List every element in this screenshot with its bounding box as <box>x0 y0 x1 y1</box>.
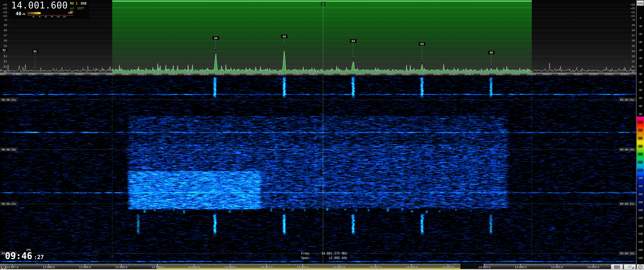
gain-tick-mark <box>40 15 40 16</box>
top-ruler-label: 14.001.2 <box>259 73 274 76</box>
top-ruler-label: 14.000.8 <box>197 73 211 76</box>
palette-scale-label-pill: -120 <box>637 201 644 204</box>
band-ruler-label: 14.002.0 <box>330 265 348 269</box>
timestamp-label-right: 09:46:10z <box>618 251 636 255</box>
peak-label-S4: S4 <box>212 36 219 40</box>
top-ruler-label: 14.001.7 <box>337 73 352 76</box>
palette-scale-label: -80 <box>636 137 644 140</box>
scroll-left-button[interactable]: «« <box>1 264 6 269</box>
scroll-right-button[interactable]: »» <box>636 264 644 269</box>
palette-scale-label-pill: -80 <box>638 137 643 140</box>
top-ruler-label: 14.001.3 <box>274 73 289 76</box>
auto-button[interactable]: Auto <box>637 1 644 6</box>
palette-scale-label: -5 <box>636 17 644 20</box>
top-ruler-label: 14.002.4 <box>446 73 460 76</box>
top-ruler-label: 14.000.1 <box>88 73 102 76</box>
top-ruler-label: 14.003.1 <box>555 73 570 76</box>
top-ruler-label: 13.999.6 <box>10 73 24 76</box>
frequency-display[interactable]: 14.001.600 <box>11 0 68 11</box>
palette-scale-label: -65 <box>636 113 644 116</box>
palette-scale-label: -20 <box>636 41 644 44</box>
band-ruler-label: 13.999.5 <box>148 265 167 269</box>
peak-arrow-icon <box>490 66 493 68</box>
cursor-readout: Freq:14.001.575 MHz Span:±2.085 kHz <box>301 252 347 261</box>
top-ruler-label: 14.002.0 <box>384 73 398 76</box>
top-ruler-label: 14.000.6 <box>166 73 180 76</box>
top-ruler-label: 14.001.9 <box>368 73 383 76</box>
palette-scale-label: -120 <box>636 201 644 204</box>
peak-label-S4: S4 <box>281 35 288 38</box>
band-overview-bar: 13.997.513.998.013.998.513.999.013.999.5… <box>0 264 644 269</box>
top-ruler-label: 13.999.9 <box>56 73 71 76</box>
palette-scale-label: -110 <box>636 184 644 188</box>
waterfall-panel[interactable]: 09:46:25z09:46:25z09:46:20z09:46:20z09:4… <box>0 76 636 264</box>
palette-scale-label: -130 <box>636 216 644 219</box>
palette-scale-label: -125 <box>636 208 644 212</box>
spectrum-panel[interactable]: +25+25+20+20+15+15+10+10+5+5S9S9S8S8S7S7… <box>0 0 636 73</box>
top-ruler-label: 13.999.8 <box>41 73 55 76</box>
palette-scale-label: -60 <box>636 105 644 108</box>
peak-connector <box>216 40 216 49</box>
spectrum-trace-canvas[interactable] <box>0 0 636 73</box>
band-frequency-ruler[interactable]: 13.997.513.998.013.998.513.999.013.999.5… <box>0 264 636 269</box>
palette-scale-label: -15 <box>636 33 644 36</box>
rewind-icon: «« <box>2 265 6 269</box>
rx-tuning-line[interactable] <box>323 6 323 73</box>
palette-scale-label: -135 <box>636 225 644 227</box>
band-ruler-label: 13.999.0 <box>112 265 130 269</box>
top-ruler-label: 14.000.3 <box>119 73 133 76</box>
gain-slider-bar[interactable] <box>27 12 39 14</box>
span-label: Span: <box>301 256 315 260</box>
sdr-console-window: +25+25+20+20+15+15+10+10+5+5S9S9S8S8S7S7… <box>0 0 644 270</box>
waterfall-level-scale[interactable]: Auto -5-10-15-20-25-30-35-40-45-50-55-60… <box>636 0 644 264</box>
zoom-x2-button[interactable]: x2 ▶ <box>624 264 636 269</box>
top-ruler-label: 14.001.5 <box>306 73 320 76</box>
band-ruler-label: 14.001.5 <box>294 265 312 269</box>
snr-label: SNR <box>68 12 72 14</box>
top-ruler-label: 14.002.1 <box>399 73 414 76</box>
keyboard-entry-button[interactable] <box>611 264 623 269</box>
freq-label: Freq: <box>301 252 315 255</box>
gain-tick-label: 120 <box>62 16 67 18</box>
band-ruler-label: 14.005.5 <box>584 265 602 269</box>
palette-scale-label: -115 <box>636 193 644 196</box>
spectrum-frequency-ruler[interactable]: 13.999.513.999.613.999.713.999.813.999.9… <box>0 73 638 76</box>
top-ruler-label: 14.001.1 <box>244 73 258 76</box>
top-ruler-label: 14.000.7 <box>181 73 196 76</box>
palette-scale-label: -155 <box>636 256 644 259</box>
peak-label-S0: S0 <box>488 51 495 54</box>
top-ruler-label: 14.002.6 <box>477 73 492 76</box>
bandwidth-label[interactable]: +/- 1377 Hz <box>70 7 89 13</box>
peak-arrow-icon <box>352 58 354 60</box>
band-ruler-label: 14.003.5 <box>439 265 457 269</box>
timestamp-label-right: 09:46:25z <box>618 98 636 102</box>
palette-scale-label-pill: -110 <box>637 184 644 188</box>
palette-scale-label: -40 <box>636 73 644 76</box>
top-ruler-label: 14.000.0 <box>72 73 86 76</box>
peak-label-S3: S3 <box>419 42 425 46</box>
freq-value: 14.001.575 MHz <box>315 252 347 255</box>
gain-slider-knob[interactable] <box>39 12 41 14</box>
palette-scale-label: -45 <box>636 81 644 84</box>
keyboard-icon <box>614 265 620 268</box>
zoom-x2-label: x2 <box>628 265 632 268</box>
palette-scale-label-pill: -100 <box>637 169 644 172</box>
top-ruler-label: 14.000.2 <box>103 73 118 76</box>
palette-scale-label: -10 <box>636 25 644 28</box>
rx-marker[interactable]: 1 <box>321 2 325 6</box>
palette-scale-label-pill: -70 <box>638 121 643 124</box>
top-ruler-label: 14.003.4 <box>602 73 616 76</box>
palette-scale-label: -90 <box>636 153 644 156</box>
band-ruler-label: 14.000.0 <box>184 265 203 269</box>
gain-slider-track[interactable] <box>27 15 74 16</box>
passband-edge-line-left <box>112 76 112 264</box>
mode-label[interactable]: DSB <box>81 2 86 5</box>
palette-scale-label: -30 <box>636 57 644 60</box>
top-ruler-label: 14.001.4 <box>290 73 305 76</box>
gain-value: 40 <box>16 11 22 16</box>
top-ruler-label: 14.003.3 <box>586 73 601 76</box>
clock-seconds: :27 <box>34 254 44 260</box>
waterfall-canvas[interactable] <box>0 76 636 264</box>
peak-connector <box>35 53 35 68</box>
palette-scale-label: -140 <box>636 232 644 235</box>
